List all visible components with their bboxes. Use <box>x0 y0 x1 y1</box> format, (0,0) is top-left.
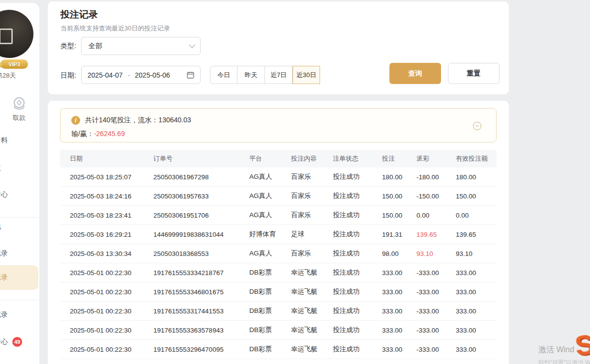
cell-payout: 0.00 <box>416 212 456 219</box>
cell-platform: AG真人 <box>249 192 291 200</box>
cell-bet-amount: 180.00 <box>382 173 416 181</box>
type-select-value: 全部 <box>88 42 102 51</box>
cell-payout: -333.00 <box>416 288 456 296</box>
sidebar-menu-item[interactable]: 记录 <box>0 241 38 266</box>
cell-platform: DB彩票 <box>249 307 291 315</box>
sidebar-menu-item[interactable]: 包 <box>0 214 38 239</box>
cell-valid-amount: 333.00 <box>456 327 497 334</box>
records-panel: i 共计140笔投注，流水：130640.03 输/赢：-26245.69 − … <box>48 101 509 364</box>
cell-order-number: 1917615553296470095 <box>153 346 249 353</box>
cell-status: 投注成功 <box>333 230 382 239</box>
cell-date: 2025-05-01 00:22:30 <box>70 327 153 334</box>
avatar[interactable] <box>0 10 33 58</box>
date-range-input[interactable]: 2025-04-07 - 2025-05-06 <box>81 66 201 84</box>
cell-bet-content: 百家乐 <box>291 192 333 200</box>
cell-valid-amount: 333.00 <box>456 308 497 315</box>
cell-order-number: 1917615553363578943 <box>153 327 249 334</box>
sidebar-item-label: 权 <box>0 164 1 173</box>
sidebar-menu-item[interactable]: 中心 <box>0 182 38 207</box>
cell-status: 投注成功 <box>333 211 382 220</box>
withdraw-icon <box>11 96 28 112</box>
cell-payout: 93.10 <box>416 250 456 257</box>
sidebar-menu-item[interactable]: 资料 <box>0 128 38 153</box>
cell-platform: DB彩票 <box>249 287 291 296</box>
quick-range-button[interactable]: 昨天 <box>237 66 265 84</box>
table-row: 2025-05-03 18:24:16 250503061957633 AG真人… <box>60 187 497 206</box>
cell-payout: -150.00 <box>416 193 456 200</box>
cell-date: 2025-05-03 18:23:41 <box>70 212 153 219</box>
quick-range-label: 近30日 <box>296 71 316 80</box>
cell-status: 投注成功 <box>333 192 382 200</box>
quick-range-button[interactable]: 近7日 <box>265 66 293 84</box>
table-header-cell: 派彩 <box>416 154 456 163</box>
vip-badge-label: VIP3 <box>8 61 20 67</box>
quick-range-button[interactable]: 近30日 <box>293 66 320 84</box>
quick-range-button[interactable]: 今日 <box>210 66 237 84</box>
cell-date: 2025-05-01 00:22:30 <box>70 308 153 315</box>
cell-payout: -333.00 <box>416 346 456 353</box>
sidebar-item-label: 记录 <box>0 310 8 319</box>
quick-range-label: 今日 <box>217 71 230 80</box>
winloss-value: -26245.69 <box>94 130 125 138</box>
floating-service-icon[interactable]: S <box>567 328 590 363</box>
cell-platform: 好博体育 <box>249 230 291 239</box>
table-header-cell: 日期 <box>70 154 153 163</box>
cell-bet-content: 幸运飞艇 <box>291 268 333 277</box>
cell-payout: -333.00 <box>416 308 456 315</box>
diamond-icon: ◆ <box>0 61 5 67</box>
quick-range-label: 昨天 <box>245 71 258 80</box>
sidebar-menu-item[interactable]: 记录 <box>0 265 38 290</box>
sidebar-item-label: 中心 <box>0 337 8 346</box>
cell-status: 投注成功 <box>333 268 382 277</box>
cell-status: 投注成功 <box>333 345 382 354</box>
sidebar-menu-item[interactable]: 记录 <box>0 303 38 327</box>
table-header-row: 日期 订单号 平台 投注内容 注单状态 投注 派彩 有效投注额 <box>60 150 497 168</box>
sidebar-item-label: 包 <box>0 222 1 231</box>
cell-date: 2025-05-01 00:22:30 <box>70 288 153 296</box>
cell-date: 2025-05-03 13:30:34 <box>70 250 153 257</box>
cell-payout: -333.00 <box>416 327 456 334</box>
summary-totals: 共计140笔投注，流水：130640.03 <box>85 116 191 125</box>
calendar-icon <box>187 71 194 79</box>
reset-button[interactable]: 重置 <box>448 63 500 84</box>
cell-bet-content: 幸运飞艇 <box>291 345 333 354</box>
collapse-icon[interactable]: − <box>473 122 481 130</box>
table-row: 2025-05-03 13:30:34 250503018368553 AG真人… <box>60 244 497 263</box>
query-button[interactable]: 查询 <box>389 63 441 84</box>
cell-date: 2025-05-03 18:25:07 <box>70 173 153 181</box>
cell-bet-amount: 150.00 <box>382 193 416 200</box>
cell-valid-amount: 93.10 <box>456 250 497 257</box>
table-header-cell: 注单状态 <box>333 154 382 163</box>
activate-windows-watermark: 激活 Wind <box>538 345 574 355</box>
cell-platform: DB彩票 <box>249 326 291 335</box>
sidebar-item-label: 中心 <box>0 190 8 199</box>
cell-platform: AG真人 <box>249 172 291 181</box>
cell-order-number: 250503061951706 <box>153 212 249 219</box>
cell-valid-amount: 180.00 <box>456 173 497 181</box>
sidebar-divider <box>0 217 38 218</box>
table-row: 2025-05-01 00:22:30 1917615553363578943 … <box>60 321 497 340</box>
withdraw-label: 取款 <box>11 113 28 122</box>
cell-date: 2025-05-01 00:22:30 <box>70 269 153 277</box>
cell-order-number: 1917615553317441553 <box>153 308 249 315</box>
cell-status: 投注成功 <box>333 172 382 181</box>
cell-valid-amount: 139.65 <box>456 231 497 238</box>
cell-platform: AG真人 <box>249 249 291 258</box>
table-row: 2025-05-01 00:22:30 1917615553334218767 … <box>60 263 497 282</box>
notification-badge: 49 <box>12 337 22 347</box>
sidebar-item-label: 记录 <box>0 249 8 258</box>
cell-order-number: 1917615553334218767 <box>153 269 249 277</box>
cell-platform: DB彩票 <box>249 345 291 354</box>
cell-valid-amount: 333.00 <box>456 288 497 296</box>
table-row: 2025-05-03 16:29:21 1446999919838631044 … <box>60 225 497 244</box>
type-select[interactable]: 全部 <box>81 37 201 55</box>
cell-platform: DB彩票 <box>249 268 291 277</box>
table-header-cell: 订单号 <box>153 154 249 163</box>
sidebar-menu-item[interactable]: 中心 49 <box>0 330 38 354</box>
sidebar-menu-item[interactable]: 权 <box>0 156 38 181</box>
table-row: 2025-05-01 00:22:30 1917615553296470095 … <box>60 340 497 359</box>
cell-order-number: 250503061967298 <box>153 173 249 181</box>
cell-order-number: 250503018368553 <box>153 250 249 257</box>
vip-badge: ◆ VIP3 <box>0 59 28 69</box>
withdraw-shortcut[interactable]: 取款 <box>11 96 28 122</box>
